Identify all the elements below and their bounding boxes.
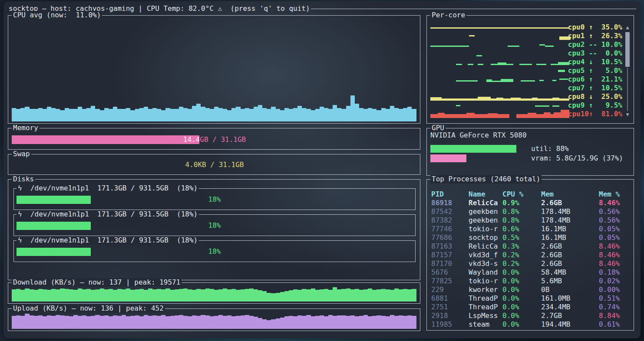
cell: 8.46% — [599, 259, 620, 268]
spark-bar — [95, 109, 99, 121]
spark-bar — [148, 109, 152, 121]
spark-bar — [218, 289, 223, 302]
spark-bar — [262, 291, 267, 302]
spark-bar — [95, 289, 99, 302]
cell: 0.9% — [502, 199, 519, 207]
gpu-name: NVIDIA GeForce RTX 5080 — [430, 131, 527, 140]
spark-bar — [188, 316, 192, 329]
spark-bar — [157, 316, 161, 329]
spark-bar — [47, 290, 51, 302]
process-row: 229kworker0.0%0B0.00% — [427, 285, 634, 294]
cell: 0.0% — [502, 320, 519, 329]
cell: 2.7GB — [541, 311, 562, 320]
spark-bar — [196, 316, 201, 329]
spark-bar — [324, 289, 328, 302]
cell: 86918 — [431, 199, 452, 207]
cell: 77686 — [431, 233, 452, 242]
core-sparkline — [430, 58, 574, 66]
process-row: 77825tokio-r0.0%5.6MB0.02% — [427, 277, 634, 285]
spark-bar — [399, 109, 403, 121]
spark-bar — [302, 108, 306, 121]
spark-bar — [311, 316, 315, 329]
download-chart — [12, 287, 416, 302]
spark-bar — [407, 315, 412, 329]
spark-bar — [82, 289, 86, 302]
disk-title: ϟ /dev/nvme1n1p1 171.3GB / 931.5GB (18%) — [17, 184, 199, 193]
spark-bar — [328, 290, 333, 302]
cell: geekben — [469, 207, 498, 216]
core-spark-segment — [552, 80, 557, 81]
spark-bar — [100, 316, 104, 329]
spark-bar — [293, 289, 297, 302]
process-row: 2751ThreadP0.0%234.4MB0.74% — [427, 303, 634, 311]
spark-bar — [293, 316, 297, 329]
spark-bar — [117, 316, 122, 329]
cell: steam — [469, 320, 489, 329]
upload-title: Upload (KB/s) — now: 136 | peak: 452 — [12, 304, 165, 313]
core-spark-segment — [478, 64, 483, 65]
spark-bar — [254, 107, 258, 121]
cell: 0.56% — [599, 216, 620, 225]
scrollbar-thumb[interactable] — [625, 32, 630, 67]
spark-bar — [284, 108, 289, 121]
scrollbar-track[interactable] — [627, 68, 628, 111]
core-spark-segment — [430, 27, 569, 29]
disk-label: /dev/nvme1n1p1 171.3GB / 931.5GB (18%) — [26, 210, 198, 218]
cell: Name — [469, 190, 485, 199]
spark-bar — [122, 315, 126, 329]
disk-label: /dev/nvme1n1p1 171.3GB / 931.5GB (18%) — [26, 236, 198, 244]
spark-bar — [306, 289, 310, 302]
core-sparkline — [430, 40, 574, 49]
upload-chart — [12, 314, 416, 329]
core-label: cpu0 ↑ 35.0% — [561, 23, 622, 32]
spark-bar — [144, 290, 148, 302]
spark-bar — [241, 315, 245, 329]
spark-bar — [95, 315, 99, 329]
spark-bar — [315, 109, 320, 121]
spark-bar — [223, 316, 227, 329]
spark-bar — [311, 110, 315, 121]
spark-bar — [12, 316, 16, 329]
spark-bar — [196, 104, 201, 121]
spark-bar — [241, 289, 245, 302]
core-spark-segment — [476, 55, 482, 56]
cell: 0.18% — [599, 268, 620, 277]
core-sparkline — [430, 110, 574, 118]
core-spark-segment — [469, 35, 475, 36]
processes-title: Top Processes (2460 total) — [430, 175, 542, 184]
spark-bar — [346, 106, 350, 121]
spark-bar — [320, 315, 324, 329]
spark-bar — [65, 108, 69, 121]
spark-bar — [16, 315, 20, 329]
cell: 234.4MB — [541, 303, 570, 311]
spark-bar — [20, 316, 25, 329]
process-row: 77686socktop0.5%16.1MB0.05% — [427, 233, 634, 242]
spark-bar — [73, 315, 78, 329]
spark-bar — [403, 316, 407, 329]
disk-icon: ϟ — [18, 184, 26, 192]
cell: socktop — [469, 233, 498, 242]
scroll-down-icon[interactable]: ▼ — [624, 111, 631, 118]
spark-bar — [394, 289, 399, 302]
spark-bar — [227, 289, 231, 302]
spark-bar — [86, 316, 91, 329]
spark-bar — [376, 110, 381, 121]
cell: 0.6% — [502, 225, 519, 233]
spark-bar — [56, 289, 60, 302]
spark-bar — [276, 318, 280, 329]
spark-bar — [372, 290, 376, 302]
spark-bar — [144, 315, 148, 329]
upload-panel: Upload (KB/s) — now: 136 | peak: 452 — [8, 308, 420, 331]
core-spark-segment — [536, 64, 546, 65]
spark-bar — [192, 106, 196, 121]
spark-bar — [183, 289, 188, 302]
disk-title: ϟ /dev/nvme1n1p1 171.3GB / 931.5GB (18%) — [17, 210, 199, 219]
spark-bar — [412, 289, 416, 302]
spark-bar — [231, 289, 236, 302]
scroll-up-icon[interactable]: ▲ — [624, 24, 631, 30]
core-spark-segment — [501, 79, 514, 81]
spark-bar — [407, 289, 412, 302]
spark-bar — [284, 291, 289, 302]
spark-bar — [341, 289, 346, 302]
spark-bar — [368, 316, 372, 329]
